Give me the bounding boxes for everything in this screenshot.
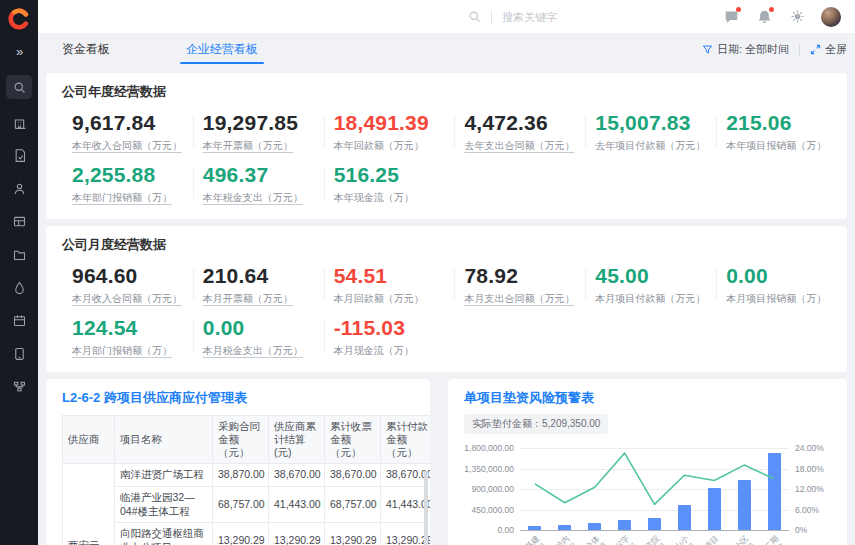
message-badge [736, 7, 741, 12]
contract-cell: 68,757.00 [213, 487, 269, 523]
table-row[interactable]: 临港产业园32—04#楼主体工程68,757.0041,443.0068,757… [63, 487, 431, 523]
column-header: 供应商 [63, 416, 115, 464]
annual-card-title: 公司年度经营数据 [62, 83, 847, 101]
settings-icon[interactable] [788, 8, 806, 26]
table-scrollbar[interactable] [424, 471, 428, 545]
building-icon[interactable] [6, 109, 32, 135]
kpi-item: 210.64本月开票额（万元） [193, 260, 324, 312]
kpi-label: 去年项目付款额（万元） [595, 139, 710, 153]
kpi-item: 0.00本月税金支出（万元） [193, 312, 324, 364]
user-icon[interactable] [6, 175, 32, 201]
kpi-item: 2,255.88本年部门报销额（万） [62, 159, 193, 211]
kpi-value: -115.03 [334, 316, 449, 340]
calendar-icon[interactable] [6, 307, 32, 333]
kpi-label[interactable]: 去年支出合同额（万元） [464, 139, 579, 153]
y-left-tick: 450,000.00 [471, 505, 514, 515]
fullscreen-button[interactable]: 全屏 [810, 42, 847, 57]
fullscreen-icon [810, 44, 821, 55]
kpi-item: 4,472.36去年支出合同额（万元） [454, 107, 585, 159]
kpi-label[interactable]: 本年税金支出（万元） [203, 191, 318, 205]
dashboard-app: » [0, 0, 855, 545]
kpi-value: 0.00 [726, 264, 841, 288]
kpi-label[interactable]: 本年开票额（万元） [203, 139, 318, 153]
message-icon[interactable] [722, 8, 740, 26]
tab-funds-board[interactable]: 资金看板 [62, 33, 110, 66]
kpi-value: 4,472.36 [464, 111, 579, 135]
y-left-tick: 1,800,000.00 [464, 443, 514, 453]
annual-kpi-grid: 9,617.84本年收入合同额（万元）19,297.85本年开票额（万元）18,… [62, 107, 847, 211]
kpi-value: 9,617.84 [72, 111, 187, 135]
sidebar: » [0, 0, 38, 545]
kpi-item: 18,491.39本年回款额（万元） [324, 107, 455, 159]
line-垫付比例 [520, 448, 820, 545]
invoiced-cell: 13,290.29 [325, 523, 381, 545]
kpi-label: 本年现金流（万） [334, 191, 449, 205]
workflow-icon[interactable] [6, 373, 32, 399]
sidebar-search-icon[interactable] [6, 75, 32, 99]
search-icon [468, 10, 481, 23]
kpi-item: 45.00本月项目付款额（万元） [585, 260, 716, 312]
column-header: 项目名称 [115, 416, 213, 464]
project-cell: 向阳路交通枢纽商业办公项目 [115, 523, 213, 545]
kpi-value: 18,491.39 [334, 111, 449, 135]
project-cell: 南洋进贤广场工程 [115, 464, 213, 487]
document-edit-icon[interactable] [6, 142, 32, 168]
kpi-label[interactable]: 本年部门报销额（万） [72, 191, 187, 205]
table-row[interactable]: 向阳路交通枢纽商业办公项目13,290.2913,290.2913,290.29… [63, 523, 431, 545]
paid-cell: 41,443.00 [381, 487, 431, 523]
kpi-label: 本月现金流（万） [334, 344, 449, 358]
settled-cell: 41,443.00 [269, 487, 325, 523]
date-filter[interactable]: 日期: 全部时间 [702, 42, 789, 57]
annual-kpi-card: 公司年度经营数据 9,617.84本年收入合同额（万元）19,297.85本年开… [46, 73, 847, 219]
fullscreen-label: 全屏 [825, 42, 847, 57]
advance-amount-badge: 实际垫付金额：5,209,350.00 [464, 414, 608, 434]
supplier-table-header-row: 供应商项目名称采购合同金额（元）供应商累计结算(元)累计收票金额（元）累计付款金… [63, 416, 431, 464]
tablet-icon[interactable] [6, 340, 32, 366]
kpi-label: 本年回款额（万元） [334, 139, 449, 153]
risk-chart: 1,800,000.0024.00%1,350,000.0018.00%900,… [464, 444, 835, 545]
droplet-icon[interactable] [6, 274, 32, 300]
kpi-item: 516.25本年现金流（万） [324, 159, 455, 211]
app-logo-icon[interactable] [8, 8, 30, 30]
sidebar-collapse-icon[interactable]: » [16, 44, 22, 59]
supplier-cell: 西安云峰建材有限公司 [63, 464, 115, 545]
bell-icon[interactable] [755, 8, 773, 26]
kpi-value: 0.00 [203, 316, 318, 340]
kpi-item: -115.03本月现金流（万） [324, 312, 455, 364]
folder-icon[interactable] [6, 241, 32, 267]
kpi-value: 78.92 [464, 264, 579, 288]
global-search[interactable] [468, 10, 592, 24]
column-header: 累计收票金额（元） [325, 416, 381, 464]
kpi-label[interactable]: 本年收入合同额（万元） [72, 139, 187, 153]
tab-enterprise-board[interactable]: 企业经营看板 [186, 33, 258, 66]
search-divider [491, 10, 492, 24]
avatar[interactable] [821, 7, 841, 27]
kpi-label[interactable]: 本月开票额（万元） [203, 292, 318, 306]
column-header: 采购合同金额（元） [213, 416, 269, 464]
kpi-item: 9,617.84本年收入合同额（万元） [62, 107, 193, 159]
invoiced-cell: 68,757.00 [325, 487, 381, 523]
kpi-label[interactable]: 本月支出合同额（万元） [464, 292, 579, 306]
kpi-label[interactable]: 本月部门报销额（万） [72, 344, 187, 358]
tab-bar: 资金看板 企业经营看板 日期: 全部时间 全屏 [38, 33, 855, 66]
settled-cell: 38,670.00 [269, 464, 325, 487]
kpi-item: 124.54本月部门报销额（万） [62, 312, 193, 364]
kpi-value: 19,297.85 [203, 111, 318, 135]
kpi-label: 本年项目报销额（万） [726, 139, 841, 153]
search-input[interactable] [502, 11, 592, 23]
monthly-kpi-grid: 964.60本月收入合同额（万元）210.64本月开票额（万元）54.51本月回… [62, 260, 847, 364]
kpi-label[interactable]: 本月收入合同额（万元） [72, 292, 187, 306]
paid-cell: 13,290.29 [381, 523, 431, 545]
contract-cell: 13,290.29 [213, 523, 269, 545]
kpi-label: 本月回款额（万元） [334, 292, 449, 306]
supplier-table: 供应商项目名称采购合同金额（元）供应商累计结算(元)累计收票金额（元）累计付款金… [62, 415, 430, 545]
kpi-value: 15,007.83 [595, 111, 710, 135]
contract-cell: 38,870.00 [213, 464, 269, 487]
table-icon[interactable] [6, 208, 32, 234]
kpi-item: 54.51本月回款额（万元） [324, 260, 455, 312]
table-row[interactable]: 西安云峰建材有限公司南洋进贤广场工程38,870.0038,670.0038,6… [63, 464, 431, 487]
column-header: 供应商累计结算(元) [269, 416, 325, 464]
kpi-value: 516.25 [334, 163, 449, 187]
bell-badge [769, 7, 774, 12]
kpi-label[interactable]: 本月税金支出（万元） [203, 344, 318, 358]
